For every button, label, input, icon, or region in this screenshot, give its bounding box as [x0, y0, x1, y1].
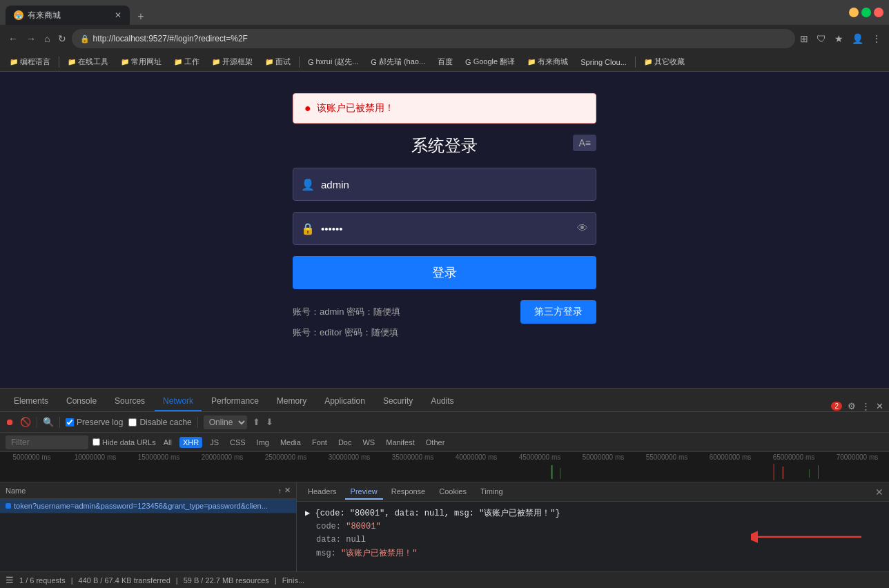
tab-close-button[interactable]: ✕	[115, 10, 121, 20]
shield-icon[interactable]: 🛡	[814, 31, 828, 46]
dt-tab-console[interactable]: Console	[58, 392, 105, 411]
dt-tab-sources[interactable]: Sources	[106, 392, 153, 411]
bookmark-hxrui[interactable]: Ghxrui (赵先...	[304, 55, 362, 68]
back-button[interactable]: ←	[6, 30, 21, 47]
json-value-code: "80001"	[346, 522, 380, 531]
bm-sep3	[635, 57, 636, 68]
detail-panel: Headers Preview Response Cookies Timing …	[297, 482, 889, 571]
bookmark-google-translate[interactable]: GGoogle 翻译	[461, 55, 519, 68]
bookmark-haoxianrui[interactable]: G郝先瑞 (hao...	[367, 55, 429, 68]
dt-tab-network[interactable]: Network	[155, 392, 202, 411]
bookmark-work[interactable]: 📁工作	[170, 55, 204, 68]
detail-tab-headers[interactable]: Headers	[302, 484, 342, 500]
devtools-close-icon[interactable]: ✕	[876, 401, 883, 411]
extensions-icon[interactable]: ⊞	[798, 31, 810, 46]
home-button[interactable]: ⌂	[41, 30, 52, 47]
third-party-login-button[interactable]: 第三方登录	[520, 300, 596, 324]
url-bar[interactable]: 🔒 http://localhost:9527/#/login?redirect…	[72, 29, 795, 48]
tl-label-1: 10000000 ms	[63, 453, 127, 461]
bookmark-icon[interactable]: ★	[832, 31, 846, 46]
bookmark-baidu[interactable]: 百度	[433, 55, 457, 68]
tab-title: 有来商城	[28, 10, 110, 21]
reload-button[interactable]: ↻	[55, 30, 69, 47]
bm-sep2	[299, 57, 300, 68]
tl-label-8: 45000000 ms	[508, 453, 572, 461]
dt-tab-audits[interactable]: Audits	[422, 392, 462, 411]
dt-tab-application[interactable]: Application	[316, 392, 373, 411]
active-tab[interactable]: 🏪 有来商城 ✕	[6, 6, 130, 25]
network-request-row[interactable]: token?username=admin&password=123456&gra…	[0, 499, 296, 513]
account-icon[interactable]: 👤	[850, 31, 866, 46]
bookmarks-bar: 📁编程语言 📁在线工具 📁常用网址 📁工作 📁开源框架 📁面试 Ghxrui (…	[0, 52, 889, 72]
detail-tab-preview[interactable]: Preview	[345, 484, 383, 500]
filter-css[interactable]: CSS	[226, 437, 249, 448]
devtools-settings-icon[interactable]: ⚙	[848, 401, 856, 411]
translate-icon[interactable]: A≡	[573, 135, 596, 151]
throttle-select[interactable]: Online	[204, 415, 247, 429]
import-icon[interactable]: ⬆	[253, 417, 260, 427]
dt-tab-performance[interactable]: Performance	[203, 392, 267, 411]
eye-icon[interactable]: 👁	[577, 222, 588, 235]
username-input[interactable]	[293, 168, 596, 201]
close-button[interactable]	[874, 8, 883, 17]
toolbar-separator2	[59, 417, 60, 428]
settings-icon[interactable]: ⋮	[870, 31, 883, 46]
password-input[interactable]	[293, 212, 596, 245]
tl-label-13: 70000000 ms	[826, 453, 889, 461]
tl-label-6: 35000000 ms	[381, 453, 444, 461]
export-icon[interactable]: ⬇	[266, 417, 273, 427]
filter-input[interactable]	[6, 435, 88, 449]
dt-tab-elements[interactable]: Elements	[6, 392, 57, 411]
devtools-more-icon[interactable]: ⋮	[861, 401, 870, 411]
filter-all[interactable]: All	[160, 437, 175, 448]
filter-manifest[interactable]: Manifest	[382, 437, 418, 448]
sort-icon[interactable]: ↑	[278, 487, 282, 495]
dt-tab-security[interactable]: Security	[375, 392, 421, 411]
detail-tab-cookies[interactable]: Cookies	[433, 484, 472, 500]
filter-ws[interactable]: WS	[359, 437, 378, 448]
bookmark-spring-cloud[interactable]: Spring Clou...	[576, 57, 631, 68]
filter-font[interactable]: Font	[309, 437, 331, 448]
alert-text: 该账户已被禁用！	[317, 102, 394, 115]
network-timeline: 5000000 ms 10000000 ms 15000000 ms 20000…	[0, 452, 889, 482]
filter-img[interactable]: Img	[253, 437, 273, 448]
forward-button[interactable]: →	[23, 30, 39, 47]
minimize-button[interactable]	[849, 8, 859, 17]
filter-other[interactable]: Other	[422, 437, 449, 448]
filter-media[interactable]: Media	[277, 437, 304, 448]
filter-js[interactable]: JS	[206, 437, 222, 448]
bookmark-opensource[interactable]: 📁开源框架	[208, 55, 257, 68]
maximize-button[interactable]	[861, 8, 871, 17]
close-request-icon[interactable]: ✕	[284, 486, 291, 495]
login-button[interactable]: 登录	[293, 256, 596, 289]
bookmark-biancheng[interactable]: 📁编程语言	[6, 55, 55, 68]
login-title-text: 系统登录	[411, 136, 478, 155]
detail-tab-timing[interactable]: Timing	[475, 484, 509, 500]
bookmark-interview[interactable]: 📁面试	[261, 55, 295, 68]
json-key-data: data:	[316, 535, 346, 545]
svg-rect-4	[809, 469, 810, 478]
dt-tab-memory[interactable]: Memory	[268, 392, 315, 411]
bookmark-common-sites[interactable]: 📁常用网址	[117, 55, 166, 68]
filter-bar: Hide data URLs All XHR JS CSS Img Media …	[0, 433, 889, 452]
bookmark-other[interactable]: 📁其它收藏	[640, 55, 689, 68]
record-button[interactable]: ⏺	[6, 417, 14, 427]
new-tab-button[interactable]: +	[133, 8, 149, 25]
json-value-data: null	[346, 535, 366, 545]
devtools-panel: Elements Console Sources Network Perform…	[0, 388, 889, 588]
tl-label-4: 25000000 ms	[254, 453, 318, 461]
filter-doc[interactable]: Doc	[335, 437, 355, 448]
json-key-msg: msg:	[316, 549, 341, 558]
bookmark-online-tools[interactable]: 📁在线工具	[63, 55, 113, 68]
timeline-chart	[0, 462, 889, 482]
bookmark-youlai[interactable]: 📁有来商城	[523, 55, 572, 68]
filter-icon[interactable]: 🔍	[43, 417, 54, 427]
detail-close-button[interactable]: ✕	[875, 487, 883, 498]
disable-cache-checkbox[interactable]: Disable cache	[128, 418, 191, 427]
clear-button[interactable]: 🚫	[20, 417, 31, 427]
footer-menu-icon[interactable]: ☰	[6, 575, 14, 585]
preserve-log-checkbox[interactable]: Preserve log	[66, 418, 123, 427]
filter-xhr[interactable]: XHR	[179, 437, 202, 448]
detail-tab-response[interactable]: Response	[386, 484, 431, 500]
hide-data-urls-checkbox[interactable]: Hide data URLs	[92, 438, 156, 447]
